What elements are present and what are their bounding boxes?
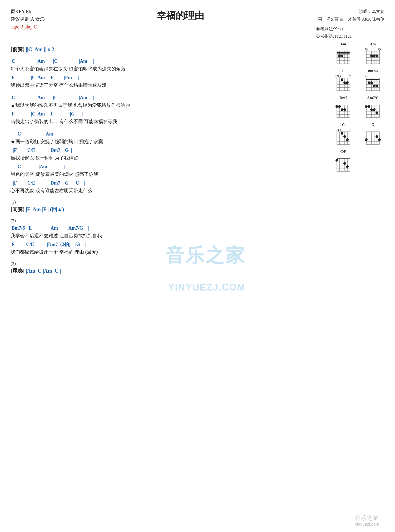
svg-point-62	[370, 81, 373, 84]
chord-dm7-grid	[335, 101, 351, 118]
chord-dm7-svg	[335, 101, 351, 118]
watermark-url: YINYUEZJ.COM	[168, 282, 245, 293]
chord-g-name: G	[372, 123, 374, 127]
svg-point-78	[341, 108, 343, 111]
chorus-lyric-line-1: 当我抬起头 这一瞬间为了我停留	[11, 154, 321, 162]
chord-dm7: Dm7	[332, 96, 355, 118]
intro-line: [前奏] ||C |Am || x 2	[11, 46, 321, 53]
svg-point-94	[373, 108, 376, 111]
interlude-line: [间奏] |F |Am |F | (回▲)	[11, 206, 321, 213]
chord-diagrams-container: Fm 1	[332, 42, 384, 177]
svg-point-61	[368, 81, 370, 84]
chord-g-grid	[365, 128, 381, 145]
svg-point-27	[378, 48, 381, 50]
performer-label: 演唱：	[359, 9, 372, 14]
chord-c-grid: ×	[335, 128, 351, 145]
verse1-section: |C |Am |C |Am | 每个人都害怕会消失在尽头 也害怕即将成为遗失的角…	[11, 58, 321, 89]
footer-watermark: 音乐之家 yinyuezj.com	[355, 514, 379, 527]
chord-am7g-svg	[365, 101, 381, 118]
chord-ce-svg	[335, 155, 351, 172]
svg-point-47	[346, 81, 349, 84]
chord-g-svg	[365, 128, 381, 145]
page-header: 原KEY:Eb 建议男调:A 女:D capo:3 play:C 幸福的理由 演…	[11, 8, 384, 40]
svg-point-43	[338, 75, 340, 77]
bridge-note: (2)	[11, 218, 321, 224]
chord-bm7-5-svg: fr	[365, 74, 381, 91]
svg-point-112	[346, 138, 349, 141]
chord-am7g-grid	[365, 101, 381, 118]
svg-point-108	[338, 129, 340, 131]
chord-row-5: C/E	[332, 150, 384, 172]
chord-fm: Fm 1	[332, 42, 355, 64]
svg-point-30	[376, 55, 378, 57]
chorus-chord-line-0: |C |Am |	[11, 130, 321, 138]
chorus-chord-line-3: |F C/E |Dm7 G |C |	[11, 180, 321, 187]
svg-point-77	[338, 105, 341, 108]
key-suggestion: 建议男调:A 女:D	[11, 16, 45, 23]
svg-point-91	[365, 105, 368, 108]
verse2-lyric-line-2: 当我走出了伪装的出口 有什么不同 可能幸福在等我	[11, 118, 321, 125]
footer-url: yinyuezj.com	[355, 522, 379, 527]
chord-am: Am	[361, 42, 384, 64]
chord-am-name: Am	[370, 42, 376, 46]
lyrics-credit: 詞：卓文萱 曲：木兰号 AKA 陈韦伶	[316, 16, 384, 23]
bridge-chord-line-2: |F C/E |Dm7 (2拍) |G |	[11, 241, 321, 248]
chord-bm7-5-name: Bm7-5	[368, 69, 378, 73]
chorus-chord-line-1: |F C/E |Dm7 G |	[11, 147, 321, 154]
main-content: [前奏] ||C |Am || x 2 |C |Am |C |Am | 每个人都…	[11, 46, 321, 274]
chord-g: G	[361, 123, 384, 145]
chord-ce-grid	[335, 155, 351, 172]
chord-am7g-name: Am7/G	[367, 96, 379, 100]
chorus-section: |C |Am | ★画一道彩虹 安抚了脆弱的胸口 拥抱了寂寞 |F C/E |D…	[11, 130, 321, 194]
chord-row-4: C ×	[332, 123, 384, 145]
svg-point-125	[365, 138, 368, 141]
svg-point-109	[349, 129, 351, 131]
chord-row-1: Fm 1	[332, 42, 384, 64]
strum-info: 参考刷法:X↑↓↓ 参考指法:T121T121	[316, 25, 384, 41]
interlude-note: (1)	[11, 200, 321, 205]
svg-rect-60	[366, 79, 379, 80]
verse2-chord-line-2: |F |C Am |F |G |	[11, 110, 321, 118]
chorus-lyric-line-2: 黑色的天空 绽放着最美的烟火 照亮了你我	[11, 171, 321, 178]
chord-e-svg	[335, 74, 351, 91]
svg-point-26	[365, 48, 367, 50]
chord-ce: C/E	[332, 150, 355, 172]
chord-c-svg: ×	[335, 128, 351, 145]
svg-point-139	[343, 162, 346, 165]
left-info: 原KEY:Eb 建议男调:A 女:D capo:3 play:C	[11, 8, 45, 31]
svg-point-29	[373, 55, 376, 57]
intro-label: [前奏]	[11, 46, 26, 52]
svg-point-79	[343, 108, 346, 111]
svg-rect-12	[337, 52, 350, 54]
capo-info: capo:3 play:C	[11, 23, 45, 31]
svg-text:fr: fr	[365, 75, 367, 78]
svg-point-44	[349, 75, 351, 77]
bridge-lyric-line-2: 我们都应该给彼此一个 幸福的 理由 (回★)	[11, 249, 321, 256]
chord-fm-svg: 1	[335, 47, 351, 64]
svg-point-95	[376, 112, 378, 114]
performer-line: 演唱：卓文萱	[316, 8, 384, 16]
svg-point-126	[378, 138, 381, 141]
chord-c: C ×	[332, 123, 355, 145]
bridge-section: |Bm7-5 E |Am Am7/G | 我学会不后退不去难过 让自己勇敢找到自…	[11, 225, 321, 256]
chord-e-grid	[335, 74, 351, 91]
svg-point-93	[370, 108, 373, 111]
svg-point-42	[336, 75, 338, 77]
chord-e: E	[332, 69, 355, 91]
svg-point-14	[341, 55, 343, 57]
chord-am-grid	[365, 47, 381, 64]
svg-point-28	[370, 55, 373, 57]
chord-bm7-5: Bm7-5 fr	[361, 69, 384, 91]
svg-point-13	[338, 55, 341, 57]
chord-row-3: Dm7	[332, 96, 384, 118]
svg-point-92	[368, 105, 370, 108]
svg-point-45	[341, 78, 343, 81]
verse2-lyric-line-1: ▲我以为我的快乐不再属于我 也曾经为爱犯错故作很洒脱	[11, 102, 321, 109]
performer: 卓文萱	[372, 9, 384, 14]
verse1-lyric-line-1: 每个人都害怕会消失在尽头 也害怕即将成为遗失的角落	[11, 65, 321, 72]
chord-fm-grid: 1	[335, 47, 351, 64]
chorus-lyric-line-3: 心不再沈默 没有谁能左右明天带走什么	[11, 187, 321, 194]
outro-line: [尾奏] |Am |C |Am |C |	[11, 267, 321, 274]
svg-text:×: ×	[335, 129, 337, 132]
svg-point-64	[376, 85, 378, 87]
